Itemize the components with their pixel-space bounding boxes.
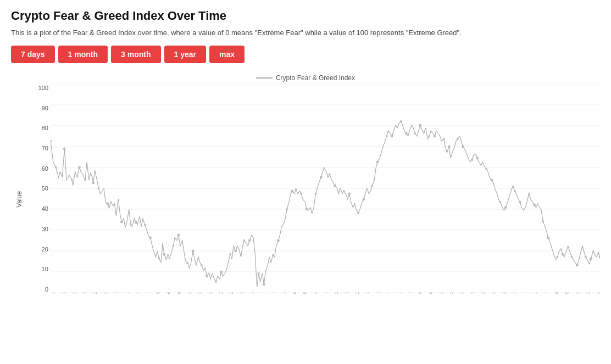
x-tick: 3 Apr, 2019: [187, 293, 192, 294]
svg-point-87: [556, 256, 558, 258]
svg-point-83: [499, 201, 502, 203]
x-tick: 11 Dec, 2019: [281, 293, 287, 294]
x-tick: 15 Sep, 2021: [522, 293, 527, 294]
x-tick: 11 Nov, 2020: [407, 293, 413, 294]
x-tick: 6 Mar, 2019: [176, 293, 182, 294]
x-tick: 1 Feb, 2018: [51, 293, 56, 294]
svg-point-26: [248, 239, 251, 242]
btn-1month[interactable]: 1 month: [58, 46, 108, 63]
x-tick: 31 Mar, 2021: [459, 293, 465, 294]
chart-svg: [51, 84, 600, 293]
svg-point-15: [92, 182, 95, 184]
svg-point-41: [462, 145, 464, 148]
svg-point-31: [320, 176, 323, 179]
svg-point-22: [192, 250, 195, 253]
x-tick: 29 Mar, 2018: [61, 293, 66, 294]
svg-point-78: [428, 135, 430, 137]
x-tick: 3 Mar, 2021: [449, 293, 454, 294]
btn-7days[interactable]: 7 days: [11, 46, 55, 63]
y-tick: 70: [33, 145, 48, 152]
svg-point-38: [419, 124, 421, 127]
svg-point-30: [306, 208, 308, 211]
x-tick: 4 Mar, 2020: [313, 293, 318, 294]
x-tick: 18 Aug, 2021: [512, 293, 517, 294]
x-tick: 31 Apr, 2019: [197, 293, 203, 294]
btn-max[interactable]: max: [209, 46, 245, 63]
svg-point-54: [84, 179, 86, 181]
x-tick: 1 May, 2018: [71, 293, 77, 294]
svg-point-52: [55, 166, 57, 169]
x-tick: 9 Jan, 2019: [155, 293, 161, 294]
svg-point-23: [205, 275, 208, 278]
chart-area: Value 1009080706050403020100: [11, 84, 600, 315]
svg-point-88: [571, 256, 573, 258]
y-tick: 40: [33, 206, 48, 212]
x-tick: 6 Jan, 2021: [428, 293, 434, 294]
x-tick: 2 Mar, 2022: [585, 293, 591, 294]
svg-point-50: [590, 257, 592, 260]
x-tick: 29 May, 2019: [208, 293, 213, 294]
x-tick: 23 Jun, 2021: [491, 293, 496, 294]
svg-point-77: [414, 132, 416, 135]
x-tick: 8 Dec, 2021: [554, 293, 559, 294]
y-axis: 1009080706050403020100: [33, 84, 51, 315]
svg-point-36: [391, 135, 393, 138]
x-tick: 28 Apr, 2021: [470, 293, 475, 294]
svg-point-57: [130, 223, 132, 226]
x-tick: 27 Jun, 2018: [82, 293, 87, 294]
y-tick: 20: [33, 247, 48, 253]
y-tick: 30: [33, 226, 48, 232]
svg-point-12: [51, 140, 52, 143]
svg-point-79: [443, 138, 445, 140]
y-tick: 0: [33, 287, 48, 293]
svg-point-45: [519, 201, 521, 204]
svg-point-34: [362, 198, 365, 201]
svg-point-67: [272, 254, 274, 256]
x-tick: 25 May, 2021: [480, 293, 486, 294]
x-tick: 30 Mar, 2022: [596, 293, 600, 294]
svg-point-48: [562, 253, 564, 256]
svg-point-46: [533, 204, 536, 206]
svg-point-63: [215, 281, 217, 283]
svg-point-65: [243, 239, 245, 242]
svg-point-74: [371, 184, 373, 187]
svg-point-66: [258, 272, 260, 275]
svg-point-28: [277, 239, 280, 242]
svg-point-44: [504, 206, 507, 209]
svg-point-47: [547, 237, 549, 239]
x-tick: 21 Aug, 2019: [239, 293, 245, 294]
x-tick: 24 Jun, 2020: [354, 293, 360, 294]
svg-point-75: [386, 135, 388, 137]
x-tick: 8 Jan, 2020: [292, 293, 297, 294]
x-tick: 19 Aug, 2020: [375, 293, 381, 294]
svg-point-80: [457, 138, 459, 140]
svg-point-20: [163, 253, 165, 256]
y-tick: 100: [33, 85, 48, 91]
x-tick: 29 Apr, 2020: [334, 293, 339, 294]
btn-3month[interactable]: 3 month: [111, 46, 160, 63]
x-tick: 11 Dec, 2018: [145, 293, 151, 294]
svg-point-21: [177, 234, 180, 237]
svg-point-55: [97, 187, 99, 189]
svg-point-35: [376, 161, 379, 164]
x-tick: 24 Jul, 2018: [92, 293, 98, 294]
svg-point-72: [343, 190, 345, 192]
svg-point-32: [334, 184, 336, 187]
time-range-buttons: 7 days 1 month 3 month 1 year max: [11, 46, 600, 63]
svg-point-19: [149, 237, 152, 239]
svg-point-90: [597, 252, 599, 254]
svg-point-17: [120, 221, 123, 223]
y-axis-title: Value: [15, 191, 23, 208]
svg-point-68: [286, 208, 288, 210]
x-tick: 1 Apr, 2020: [323, 293, 329, 294]
svg-point-58: [144, 224, 146, 226]
svg-point-86: [542, 220, 544, 222]
btn-1year[interactable]: 1 year: [164, 46, 206, 63]
x-tick: 10 Nov, 2021: [543, 293, 548, 294]
x-tick: 16 Sep, 2020: [386, 293, 391, 294]
svg-point-40: [448, 145, 451, 148]
svg-point-71: [329, 173, 331, 176]
svg-point-27: [263, 283, 265, 286]
x-tick: 18 Sep, 2019: [249, 293, 255, 294]
x-tick: 2 Feb, 2022: [575, 293, 580, 294]
